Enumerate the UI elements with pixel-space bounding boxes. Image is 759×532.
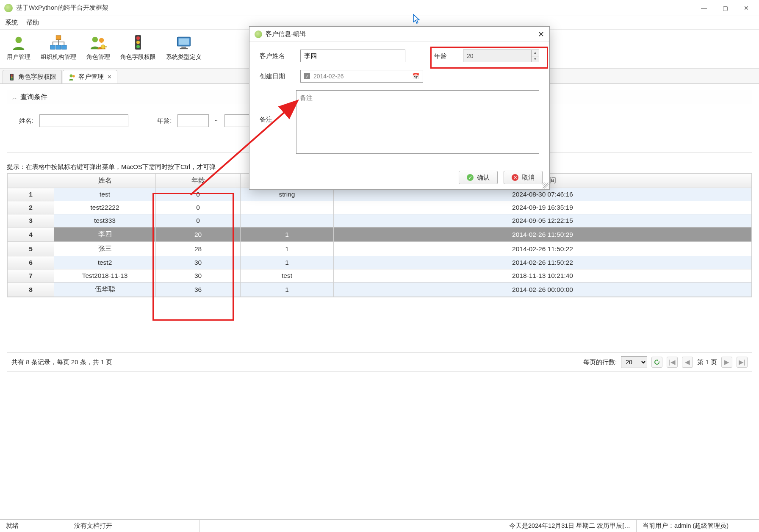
age-spinner[interactable]: 20 ▲ ▼ (463, 50, 539, 62)
age-label: 年龄 (434, 52, 454, 60)
dialog-close-button[interactable]: ✕ (538, 30, 544, 39)
query-age-from-input[interactable] (177, 114, 209, 127)
statusbar: 就绪 没有文档打开 今天是2024年12月31日 星期二 农历甲辰[… 当前用户… (0, 519, 759, 532)
tab-customer-mgmt[interactable]: 客户管理 ✕ (63, 70, 117, 83)
header-age[interactable]: 年龄 (156, 174, 241, 188)
data-table: 姓名 年龄 创建人 创建时间 1test0string2024-08-30 07… (7, 173, 752, 297)
resize-handle[interactable] (543, 183, 548, 188)
svg-point-10 (136, 36, 140, 40)
first-page-button[interactable]: |◀ (667, 357, 678, 368)
table-row[interactable]: 7Test2018-11-1330test2018-11-13 10:21:40 (8, 269, 752, 283)
query-age-label: 年龄: (157, 117, 172, 125)
ok-button[interactable]: ✓ 确认 (459, 171, 498, 184)
calendar-icon[interactable]: 📅 (412, 73, 419, 80)
svg-rect-4 (62, 45, 66, 50)
dialog-titlebar: 客户信息-编辑 ✕ (249, 27, 549, 42)
cell-age: 20 (156, 227, 241, 242)
menu-help[interactable]: 帮助 (26, 19, 39, 27)
menu-system[interactable]: 系统 (5, 19, 18, 27)
tab-label: 角色字段权限 (18, 73, 56, 81)
minimize-button[interactable]: — (700, 4, 708, 12)
customer-name-input[interactable] (300, 50, 405, 62)
rows-per-page-label: 每页的行数: (583, 358, 617, 366)
header-rownum (8, 174, 54, 188)
status-date: 今天是2024年12月31日 星期二 农历甲辰[… (199, 520, 636, 532)
toolbar-role-field-perm[interactable]: 角色字段权限 (115, 31, 161, 69)
role-icon (89, 34, 107, 52)
created-date-label: 创建日期 (260, 72, 292, 80)
table-row[interactable]: 5张三2812014-02-26 11:50:22 (8, 242, 752, 256)
cell-rownum: 2 (8, 201, 54, 214)
svg-point-6 (99, 38, 104, 43)
remark-textarea[interactable] (296, 90, 539, 154)
pagination-bar: 共有 8 条记录，每页 20 条，共 1 页 每页的行数: 20 |◀ ◀ 第 … (7, 352, 752, 372)
cell-created: 2014-02-26 11:50:22 (334, 256, 752, 269)
svg-point-18 (11, 74, 13, 76)
cell-name: 张三 (54, 242, 156, 256)
svg-rect-14 (179, 39, 189, 45)
dialog-actions: ✓ 确认 ✕ 取消 (249, 166, 549, 189)
cell-rownum: 1 (8, 188, 54, 201)
cell-creator (241, 201, 334, 214)
status-doc: 没有文档打开 (68, 520, 199, 532)
ok-button-label: 确认 (477, 174, 490, 182)
toolbar-user-mgmt[interactable]: 用户管理 (2, 31, 36, 69)
next-page-button[interactable]: ▶ (721, 357, 732, 368)
header-name[interactable]: 姓名 (54, 174, 156, 188)
refresh-button[interactable] (651, 357, 662, 368)
customer-name-label: 客户姓名 (260, 52, 292, 60)
toolbar-org-mgmt[interactable]: 组织机构管理 (36, 31, 81, 69)
table-empty-area (7, 297, 752, 348)
svg-point-5 (92, 37, 98, 42)
cell-name: 李四 (54, 227, 156, 242)
tab-close-button[interactable]: ✕ (107, 74, 112, 80)
user-icon (10, 34, 28, 52)
rows-per-page-select[interactable]: 20 (621, 356, 647, 368)
toolbar-role-mgmt-label: 角色管理 (86, 53, 110, 61)
prev-page-button[interactable]: ◀ (682, 357, 693, 368)
window-buttons: — ▢ ✕ (700, 4, 755, 12)
toolbar-user-mgmt-label: 用户管理 (7, 53, 30, 61)
tab-label: 客户管理 (78, 73, 104, 81)
table-row[interactable]: 8伍华聪3612014-02-26 00:00:00 (8, 283, 752, 297)
org-icon (50, 34, 67, 52)
toolbar-sys-type-def[interactable]: 系统类型定义 (161, 31, 207, 69)
query-title: 查询条件 (20, 93, 47, 102)
date-checkbox[interactable]: ✓ (304, 73, 310, 79)
table-row[interactable]: 3test33302024-09-05 12:22:15 (8, 214, 752, 227)
query-name-input[interactable] (39, 114, 128, 127)
last-page-button[interactable]: ▶| (737, 357, 748, 368)
cell-age: 28 (156, 242, 241, 256)
table-row[interactable]: 4李四2012014-02-26 11:50:29 (8, 227, 752, 242)
cancel-button[interactable]: ✕ 取消 (504, 171, 543, 184)
table-row[interactable]: 1test0string2024-08-30 07:46:16 (8, 188, 752, 201)
cell-creator: string (241, 188, 334, 201)
cell-created: 2014-02-26 11:50:29 (334, 227, 752, 242)
svg-point-11 (136, 41, 140, 44)
table-row[interactable]: 2test2222202024-09-19 16:35:19 (8, 201, 752, 214)
x-icon: ✕ (512, 174, 518, 181)
svg-point-21 (70, 74, 73, 77)
tab-role-field-perm[interactable]: 角色字段权限 (3, 70, 62, 83)
dialog-body: 客户姓名 年龄 20 ▲ ▼ 创建日期 ✓ 2014-02-26 📅 备注 (249, 42, 549, 166)
maximize-button[interactable]: ▢ (721, 4, 729, 12)
page-indicator: 第 1 页 (697, 358, 717, 366)
svg-rect-15 (181, 47, 186, 48)
svg-rect-8 (104, 47, 107, 47)
close-button[interactable]: ✕ (742, 4, 751, 12)
cell-age: 0 (156, 214, 241, 227)
dialog-title: 客户信息-编辑 (266, 30, 306, 38)
cell-creator: 1 (241, 256, 334, 269)
spinner-down-button[interactable]: ▼ (532, 56, 539, 62)
created-date-input[interactable]: ✓ 2014-02-26 📅 (300, 70, 423, 83)
toolbar-role-mgmt[interactable]: 角色管理 (81, 31, 115, 69)
table-row[interactable]: 6test23012014-02-26 11:50:22 (8, 256, 752, 269)
cell-name: test (54, 188, 156, 201)
titlebar: 基于WxPython的跨平台开发框架 — ▢ ✕ (0, 0, 759, 16)
cell-created: 2024-09-05 12:22:15 (334, 214, 752, 227)
spinner-up-button[interactable]: ▲ (532, 50, 539, 56)
cell-age: 30 (156, 256, 241, 269)
cell-creator: 1 (241, 242, 334, 256)
svg-point-19 (11, 76, 13, 78)
remark-label: 备注 (260, 116, 288, 124)
